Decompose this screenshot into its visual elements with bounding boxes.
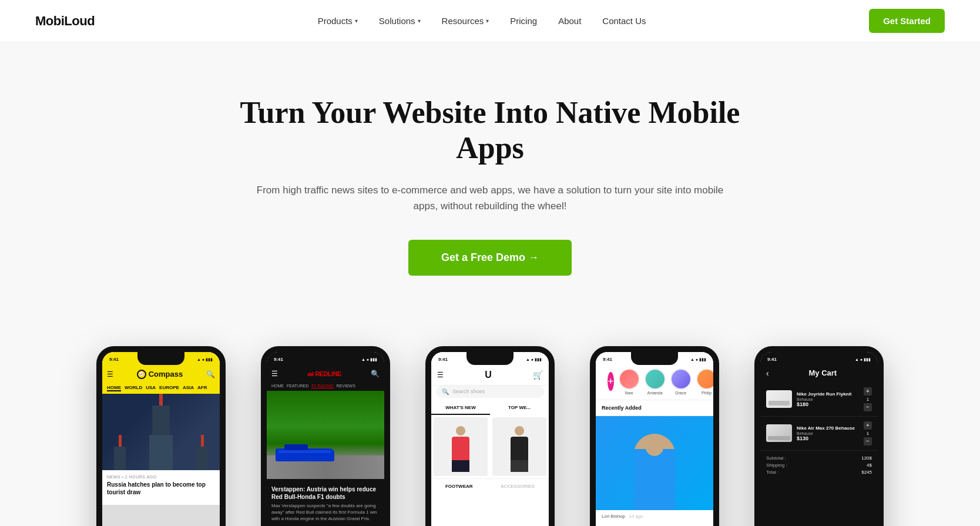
fashion-product-2: [490, 415, 549, 478]
subtotal-value: 120$: [861, 455, 872, 461]
fashion-cat-top[interactable]: TOP WE...: [490, 401, 549, 415]
phone-social: 9:41 ▲ ● ▮▮▮ + Naw Amanda: [590, 346, 719, 526]
social-post-caption: Lori Bishop 1d ago: [596, 510, 713, 522]
qty-increase-1[interactable]: +: [864, 387, 872, 396]
fashion-search-bar[interactable]: 🔍 Search shoes: [436, 386, 544, 398]
shoe-image-1: [766, 390, 792, 408]
fashion-products: [431, 415, 549, 478]
back-icon[interactable]: ‹: [766, 368, 769, 378]
cart-item-1-price: $180: [797, 401, 859, 407]
status-icons: ▲ ● ▮▮▮: [855, 357, 871, 362]
status-icons: ▲ ● ▮▮▮: [690, 357, 706, 362]
shipping-label: Shipping :: [766, 463, 787, 468]
redline-caption: Verstappen: Austria win helps reduce Red…: [267, 479, 384, 526]
subtotal-label: Subtotal :: [766, 455, 786, 461]
cart-shipping-row: Shipping : 4$: [766, 463, 872, 468]
status-bar-cart: 9:41 ▲ ● ▮▮▮: [760, 352, 878, 365]
cart-item-1-brand: Behause: [797, 397, 859, 401]
status-time: 9:41: [274, 357, 283, 362]
qty-increase-2[interactable]: +: [864, 421, 872, 430]
phone-redline: 9:41 ▲ ● ▮▮▮ ☰ 🏎 REDLINE 🔍 HOME FEATURED…: [261, 346, 390, 526]
phone-redline-screen: 9:41 ▲ ● ▮▮▮ ☰ 🏎 REDLINE 🔍 HOME FEATURED…: [267, 352, 384, 526]
phone-cart: 9:41 ▲ ● ▮▮▮ ‹ My Cart Nike Joyride Run …: [754, 346, 884, 526]
cart-item-1-image: [766, 390, 792, 408]
nav-item-resources[interactable]: Resources ▾: [434, 11, 498, 31]
fashion-product-1: [431, 415, 490, 478]
qty-value-2: 1: [867, 431, 869, 436]
compass-article-title: Russia hatches plan to become top touris…: [107, 481, 215, 496]
cart-icon: 🛒: [533, 370, 543, 380]
nav-item-about[interactable]: About: [550, 11, 589, 31]
phone-compass-wrapper: 9:41 ▲ ● ▮▮▮ ☰ 🧭 Compass 🔍 HOME WORLD US…: [79, 346, 243, 526]
cart-total-row: Total : $245: [766, 470, 872, 475]
tab-footwear[interactable]: FOOTWEAR: [445, 484, 473, 489]
compass-tag: NEWS • 2 hours ago: [107, 475, 215, 479]
nav-links: Products ▾ Solutions ▾ Resources ▾ Prici…: [310, 11, 655, 31]
cart-item-2-name: Nike Air Max 270 Behause: [797, 426, 859, 431]
nav-item-products[interactable]: Products ▾: [310, 11, 366, 31]
phones-section: 9:41 ▲ ● ▮▮▮ ☰ 🧭 Compass 🔍 HOME WORLD US…: [0, 311, 980, 526]
cart-item-2-image: [766, 424, 792, 442]
story-avatar-grace: [670, 368, 692, 390]
cart-item-2-qty: + 1 −: [864, 421, 872, 445]
cart-item-2-brand: Behause: [797, 431, 859, 435]
story-avatar-naw: [619, 368, 640, 390]
product-image-2: [492, 417, 546, 476]
fashion-search-placeholder: Search shoes: [452, 388, 485, 394]
story-naw[interactable]: Naw: [619, 368, 640, 395]
phone-social-wrapper: 9:41 ▲ ● ▮▮▮ + Naw Amanda: [572, 346, 737, 526]
fashion-logo: U: [485, 370, 492, 380]
post-author: Lori Bishop: [602, 514, 625, 519]
cart-subtotal-row: Subtotal : 120$: [766, 455, 872, 461]
social-post-image: [596, 416, 713, 510]
story-amanda[interactable]: Amanda: [645, 368, 666, 395]
qty-decrease-2[interactable]: −: [864, 437, 872, 445]
get-started-button[interactable]: Get Started: [869, 9, 945, 33]
compass-logo: 🧭 Compass: [137, 370, 183, 379]
cart-title: My Cart: [774, 368, 872, 377]
fashion-categories: WHAT'S NEW TOP WE...: [431, 401, 549, 415]
status-icons: ▲ ● ▮▮▮: [361, 357, 377, 362]
nav-item-contact[interactable]: Contact Us: [594, 11, 654, 31]
tab-accessories[interactable]: ACCESSORIES: [501, 484, 535, 489]
status-time: 9:41: [109, 357, 119, 362]
phone-fashion-wrapper: 9:41 ▲ ● ▮▮▮ ☰ U 🛒 🔍 Search shoes WHAT'S…: [408, 346, 572, 526]
phone-fashion: 9:41 ▲ ● ▮▮▮ ☰ U 🛒 🔍 Search shoes WHAT'S…: [425, 346, 555, 526]
add-story-button[interactable]: +: [608, 372, 614, 391]
nav-item-solutions[interactable]: Solutions ▾: [371, 11, 429, 31]
social-stories: + Naw Amanda Grace: [602, 368, 707, 395]
navbar: MobiLoud Products ▾ Solutions ▾ Resource…: [0, 0, 980, 42]
hero-section: Turn Your Website Into Native Mobile App…: [0, 42, 980, 311]
story-grace[interactable]: Grace: [670, 368, 692, 395]
logo[interactable]: MobiLoud: [35, 14, 95, 29]
cart-item-2-info: Nike Air Max 270 Behause Behause $130: [797, 426, 859, 441]
menu-icon: ☰: [437, 371, 444, 379]
phone-social-screen: 9:41 ▲ ● ▮▮▮ + Naw Amanda: [596, 352, 713, 526]
status-bar-compass: 9:41 ▲ ● ▮▮▮: [102, 352, 220, 365]
qty-decrease-1[interactable]: −: [864, 403, 872, 411]
story-avatar-amanda: [645, 368, 666, 390]
chevron-down-icon: ▾: [486, 18, 489, 24]
phone-redline-wrapper: 9:41 ▲ ● ▮▮▮ ☰ 🏎 REDLINE 🔍 HOME FEATURED…: [243, 346, 408, 526]
cart-item-1-info: Nike Joyride Run Flyknit Behause $180: [797, 391, 859, 407]
compass-second-image: [102, 505, 220, 526]
search-icon: 🔍: [442, 388, 449, 395]
post-meta: 1d ago: [629, 514, 643, 519]
qty-value-1: 1: [867, 397, 869, 402]
chevron-down-icon: ▾: [355, 18, 358, 24]
recently-added-label: Recently Added: [596, 400, 713, 416]
nav-item-pricing[interactable]: Pricing: [502, 11, 545, 31]
cart-item-2-price: $130: [797, 435, 859, 441]
fashion-cat-new[interactable]: WHAT'S NEW: [431, 401, 490, 415]
compass-nav: HOME WORLD USA EUROPE ASIA AFR: [102, 383, 220, 394]
fashion-tab-bar: FOOTWEAR ACCESSORIES: [431, 478, 549, 494]
status-bar-redline: 9:41 ▲ ● ▮▮▮: [267, 352, 384, 365]
story-philip[interactable]: Philip: [696, 368, 713, 395]
status-time: 9:41: [438, 357, 448, 362]
redline-logo: 🏎 REDLINE: [307, 370, 341, 377]
status-time: 9:41: [603, 357, 612, 362]
demo-button[interactable]: Get a Free Demo →: [408, 240, 572, 276]
search-icon: 🔍: [206, 370, 215, 378]
hero-headline: Turn Your Website Into Native Mobile App…: [237, 95, 743, 166]
redline-article-body: Max Verstappen suspects "a few doubts ar…: [271, 502, 380, 522]
